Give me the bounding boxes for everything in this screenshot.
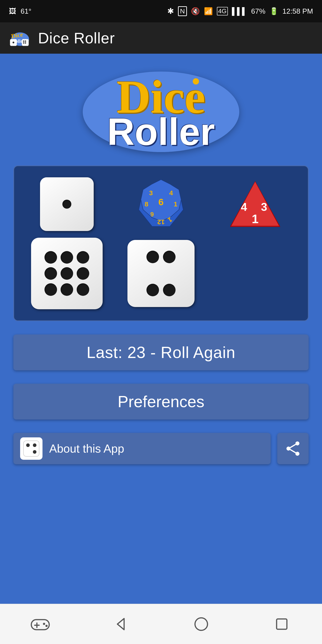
svg-rect-25 bbox=[24, 441, 39, 456]
roll-again-button[interactable]: Last: 23 - Roll Again bbox=[14, 334, 308, 370]
svg-text:6: 6 bbox=[158, 197, 164, 207]
svg-marker-39 bbox=[118, 618, 124, 630]
die-dot bbox=[44, 283, 57, 296]
bluetooth-icon: ✱ bbox=[167, 6, 174, 16]
die-dot bbox=[60, 251, 73, 264]
about-label: About this App bbox=[49, 442, 124, 455]
about-row: About this App bbox=[14, 433, 308, 464]
nfc-icon: N bbox=[178, 6, 187, 16]
svg-point-28 bbox=[33, 450, 36, 454]
home-button[interactable] bbox=[188, 611, 215, 638]
signal-icon: ▌▌▌ bbox=[232, 7, 247, 16]
4g-icon: 4G bbox=[217, 7, 228, 16]
svg-point-31 bbox=[296, 452, 300, 456]
svg-line-32 bbox=[290, 444, 296, 448]
die-large-4[interactable] bbox=[128, 240, 194, 307]
svg-text:4: 4 bbox=[169, 189, 173, 196]
status-bar: 🖼 61° ✱ N 🔇 📶 4G ▌▌▌ 67% 🔋 12:58 PM bbox=[0, 0, 322, 22]
svg-point-30 bbox=[286, 446, 290, 450]
back-button[interactable] bbox=[107, 611, 134, 638]
recent-button[interactable] bbox=[268, 611, 295, 638]
die-dot bbox=[77, 283, 89, 296]
svg-point-29 bbox=[296, 442, 300, 446]
svg-point-37 bbox=[43, 623, 45, 625]
share-button[interactable] bbox=[277, 433, 308, 464]
svg-point-40 bbox=[195, 618, 208, 630]
share-icon bbox=[285, 441, 301, 456]
die-triangle[interactable]: 4 3 1 bbox=[228, 180, 282, 229]
gamepad-icon bbox=[30, 616, 50, 632]
battery-level: 67% bbox=[251, 7, 266, 16]
gamepad-button[interactable] bbox=[27, 611, 54, 638]
app-logo-icon: Dice Roller bbox=[9, 27, 31, 49]
mute-icon: 🔇 bbox=[191, 7, 200, 16]
svg-rect-41 bbox=[276, 619, 287, 629]
recent-icon bbox=[274, 616, 290, 632]
temperature: 61° bbox=[20, 7, 31, 16]
die-dot bbox=[60, 267, 73, 280]
svg-text:9: 9 bbox=[150, 211, 154, 218]
die-large-9[interactable] bbox=[31, 238, 103, 309]
svg-point-4 bbox=[12, 42, 14, 44]
svg-point-38 bbox=[46, 625, 48, 627]
photo-icon: 🖼 bbox=[9, 7, 16, 16]
svg-line-33 bbox=[290, 450, 296, 452]
die-dot bbox=[163, 251, 176, 263]
back-icon bbox=[113, 616, 128, 632]
die-dot bbox=[77, 251, 89, 264]
time: 12:58 PM bbox=[282, 7, 313, 16]
battery-icon: 🔋 bbox=[270, 7, 278, 16]
logo-oval: Dice Roller bbox=[83, 72, 239, 152]
die-poly-svg: 12 1 3 4 8 6 1 9 bbox=[134, 177, 188, 231]
logo-roller-text: Roller bbox=[107, 115, 215, 149]
die-dot bbox=[163, 284, 176, 296]
status-right: ✱ N 🔇 📶 4G ▌▌▌ 67% 🔋 12:58 PM bbox=[167, 6, 313, 16]
die-dot bbox=[77, 267, 89, 280]
svg-text:4: 4 bbox=[241, 201, 247, 213]
status-left: 🖼 61° bbox=[9, 7, 31, 16]
die-poly-d12[interactable]: 12 1 3 4 8 6 1 9 bbox=[134, 177, 188, 231]
home-icon bbox=[194, 616, 209, 632]
svg-text:3: 3 bbox=[149, 189, 153, 196]
svg-point-6 bbox=[23, 40, 24, 42]
svg-text:1: 1 bbox=[252, 212, 259, 226]
die-dot bbox=[146, 251, 159, 263]
app-bar: Dice Roller Dice Roller bbox=[0, 22, 322, 54]
svg-point-26 bbox=[26, 444, 30, 447]
die-dot bbox=[44, 251, 57, 264]
svg-text:1: 1 bbox=[174, 200, 178, 208]
about-dice-icon bbox=[20, 438, 42, 460]
svg-text:12: 12 bbox=[157, 218, 164, 226]
about-button[interactable]: About this App bbox=[14, 433, 270, 464]
nav-bar bbox=[0, 604, 322, 644]
svg-rect-34 bbox=[31, 620, 49, 630]
die-triangle-svg: 4 3 1 bbox=[228, 180, 282, 229]
preferences-button[interactable]: Preferences bbox=[14, 384, 308, 420]
main-content: Dice Roller 12 1 3 4 8 6 1 9 bbox=[0, 54, 322, 604]
die-dot bbox=[60, 283, 73, 296]
svg-point-9 bbox=[25, 42, 26, 44]
die-dot bbox=[44, 267, 57, 280]
svg-point-8 bbox=[23, 42, 24, 44]
svg-point-7 bbox=[25, 40, 26, 42]
logo-area: Dice Roller bbox=[83, 72, 239, 152]
die-dot bbox=[62, 200, 71, 209]
die-standard-1[interactable] bbox=[40, 177, 94, 231]
svg-text:8: 8 bbox=[145, 200, 148, 208]
dice-display: 12 1 3 4 8 6 1 9 4 3 1 bbox=[14, 166, 308, 321]
dots-9-grid bbox=[39, 246, 94, 301]
svg-point-27 bbox=[33, 444, 36, 447]
die-dot bbox=[146, 284, 159, 296]
wifi-icon: 📶 bbox=[204, 7, 213, 16]
svg-text:3: 3 bbox=[261, 201, 267, 213]
app-title: Dice Roller bbox=[38, 29, 115, 47]
dots-4-grid bbox=[141, 245, 181, 302]
